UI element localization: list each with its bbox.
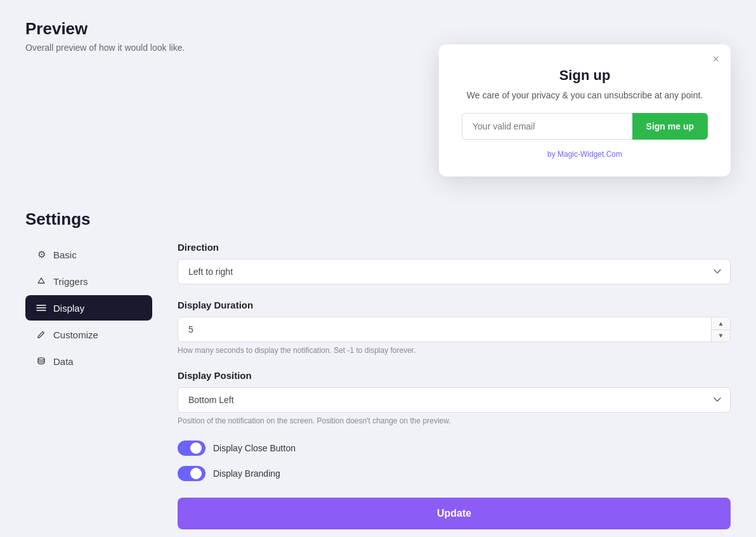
signup-form: Sign me up	[462, 113, 708, 140]
close-button-slider	[178, 441, 205, 456]
sidebar-item-customize[interactable]: Customize	[25, 322, 152, 347]
sidebar-item-label-customize: Customize	[53, 329, 98, 340]
customize-icon	[36, 329, 47, 340]
sidebar-item-label-basic: Basic	[53, 249, 77, 260]
position-hint: Position of the notification on the scre…	[178, 416, 731, 425]
duration-decrement-button[interactable]: ▼	[712, 330, 730, 342]
duration-increment-button[interactable]: ▲	[712, 317, 730, 330]
signup-close-button[interactable]: ×	[712, 53, 719, 65]
duration-spinners: ▲ ▼	[711, 317, 730, 341]
branding-toggle[interactable]	[178, 466, 205, 481]
position-label: Display Position	[178, 370, 731, 381]
signup-widget-title: Sign up	[462, 67, 708, 84]
branding-label: Display Branding	[213, 468, 280, 479]
position-field-group: Display Position Bottom Left Bottom Righ…	[178, 370, 731, 425]
triggers-icon	[36, 275, 47, 287]
sidebar-item-data[interactable]: Data	[25, 348, 152, 374]
settings-body: ⚙ Basic Triggers	[25, 242, 731, 529]
sidebar: ⚙ Basic Triggers	[25, 242, 152, 529]
close-button-label: Display Close Button	[213, 443, 296, 453]
direction-label: Direction	[178, 242, 731, 253]
preview-section: Preview Overall preview of how it would …	[25, 19, 731, 197]
sidebar-item-basic[interactable]: ⚙ Basic	[25, 242, 152, 267]
sidebar-item-display[interactable]: Display	[25, 295, 152, 321]
signup-branding: by Magic-Widget.Com	[462, 150, 708, 159]
duration-input-wrapper: ▲ ▼	[178, 317, 731, 342]
sidebar-item-label-triggers: Triggers	[53, 276, 88, 287]
direction-select[interactable]: Left to right Right to left	[178, 259, 731, 284]
duration-field-group: Display Duration ▲ ▼ How many seconds to…	[178, 300, 731, 355]
signup-submit-button[interactable]: Sign me up	[632, 113, 708, 140]
sidebar-item-label-display: Display	[53, 303, 84, 314]
svg-point-3	[38, 358, 44, 361]
settings-main-content: Direction Left to right Right to left Di…	[152, 242, 731, 529]
position-select[interactable]: Bottom Left Bottom Right Top Left Top Ri…	[178, 387, 731, 413]
sidebar-item-label-data: Data	[53, 356, 74, 367]
signup-email-input[interactable]	[462, 113, 632, 140]
preview-title: Preview	[25, 19, 731, 39]
settings-title: Settings	[25, 209, 731, 229]
data-icon	[36, 355, 47, 367]
gear-icon: ⚙	[36, 249, 47, 260]
close-button-toggle[interactable]	[178, 441, 205, 456]
settings-section: Settings ⚙ Basic Triggers	[25, 209, 731, 529]
update-button[interactable]: Update	[178, 498, 731, 529]
close-button-toggle-row: Display Close Button	[178, 441, 731, 456]
display-icon	[36, 302, 47, 314]
duration-label: Display Duration	[178, 300, 731, 310]
branding-slider	[178, 466, 205, 481]
direction-field-group: Direction Left to right Right to left	[178, 242, 731, 284]
branding-toggle-row: Display Branding	[178, 466, 731, 481]
signup-widget: × Sign up We care of your privacy & you …	[439, 44, 731, 176]
duration-hint: How many seconds to display the notifica…	[178, 346, 731, 355]
signup-widget-description: We care of your privacy & you can unsubs…	[462, 90, 708, 100]
sidebar-item-triggers[interactable]: Triggers	[25, 268, 152, 294]
duration-input[interactable]	[178, 317, 731, 342]
